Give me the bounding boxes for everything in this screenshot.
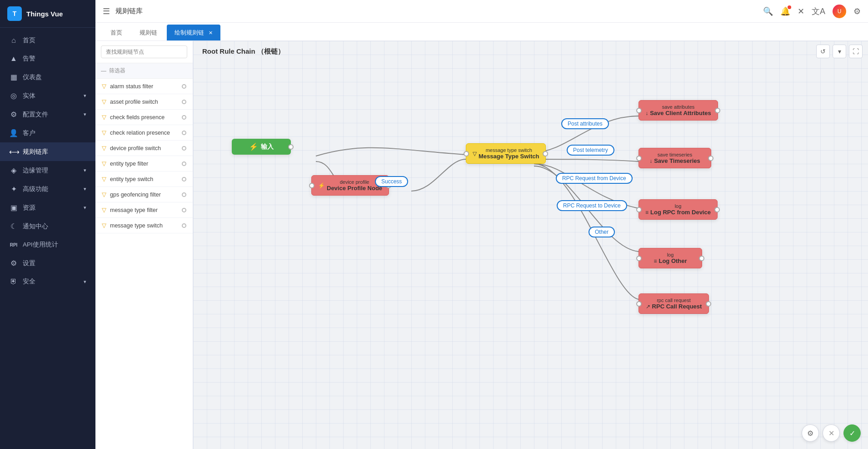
fullscreen-button[interactable]: ⛶ xyxy=(849,45,863,58)
tab-home[interactable]: 首页 xyxy=(103,25,130,40)
node-search xyxy=(95,41,193,63)
tab-close-icon[interactable]: ✕ xyxy=(209,30,213,35)
node-label: entity type switch xyxy=(110,176,153,182)
node-label: check relation presence xyxy=(110,130,170,136)
sidebar-item-customer[interactable]: 👤 客户 xyxy=(0,124,95,142)
topbar: ☰ 规则链库 🔍 🔔 ✕ 文A U ⚙ xyxy=(95,0,868,23)
sidebar-item-edge[interactable]: ◈ 边缘管理 ▾ xyxy=(0,161,95,180)
right-port[interactable] xyxy=(288,144,294,150)
node-list: ▽ alarm status filter ▽ asset profile sw… xyxy=(95,79,193,449)
sidebar-item-rule-chain[interactable]: ⟷ 规则链库 xyxy=(0,142,95,161)
config-icon: ⚙ xyxy=(9,110,18,119)
left-port[interactable] xyxy=(636,256,642,261)
left-port[interactable] xyxy=(636,108,642,113)
edge-label-post-telemetry[interactable]: Post telemetry xyxy=(567,145,614,156)
sidebar-item-api[interactable]: RPI API使用统计 xyxy=(0,236,95,254)
cancel-action-button[interactable]: ✕ xyxy=(823,424,840,442)
edge-label-post-attributes[interactable]: Post attributes xyxy=(561,118,609,129)
sidebar-item-home[interactable]: ⌂ 首页 xyxy=(0,31,95,50)
node-item[interactable]: ▽ asset profile switch xyxy=(95,94,193,110)
expand-button[interactable]: ▾ xyxy=(833,45,846,58)
alarm-icon: ▲ xyxy=(9,55,18,63)
edge-label-success[interactable]: Success xyxy=(375,176,408,187)
rpc-call-request-node[interactable]: rpc call request ↗ RPC Call Request xyxy=(639,293,709,314)
node-item[interactable]: ▽ alarm status filter xyxy=(95,79,193,94)
sidebar-item-entity[interactable]: ◎ 实体 ▾ xyxy=(0,86,95,105)
node-title: log xyxy=(653,252,687,257)
sidebar-item-resource[interactable]: ▣ 资源 ▾ xyxy=(0,198,95,217)
node-item[interactable]: ▽ entity type switch xyxy=(95,172,193,187)
node-label: gps geofencing filter xyxy=(110,192,161,198)
left-port[interactable] xyxy=(636,207,642,212)
right-port[interactable] xyxy=(708,156,713,161)
chevron-down-icon: ▾ xyxy=(84,111,86,117)
edge-label-other[interactable]: Other xyxy=(589,227,615,237)
left-port[interactable] xyxy=(464,151,469,156)
node-port-dot xyxy=(182,161,186,166)
right-port[interactable] xyxy=(699,256,704,261)
node-item[interactable]: ▽ entity type filter xyxy=(95,156,193,172)
sidebar-nav: ⌂ 首页 ▲ 告警 ▦ 仪表盘 ◎ 实体 ▾ ⚙ 配置文件 ▾ 👤 客户 ⟷ 规… xyxy=(0,28,95,449)
node-item[interactable]: ▽ check relation presence xyxy=(95,125,193,141)
sidebar-item-label: 仪表盘 xyxy=(23,73,42,81)
sidebar-item-label: 高级功能 xyxy=(23,185,48,193)
node-main-label: Log RPC from Device xyxy=(650,209,711,216)
save-timeseries-node[interactable]: save timeseries ↓ Save Timeseries xyxy=(639,148,711,168)
node-search-input[interactable] xyxy=(101,45,187,58)
menu-icon[interactable]: ☰ xyxy=(103,6,110,16)
undo-button[interactable]: ↺ xyxy=(816,45,830,58)
node-label: check fields presence xyxy=(110,114,165,121)
translate-icon[interactable]: 文A xyxy=(812,6,825,17)
input-node[interactable]: ⚡ 输入 xyxy=(232,139,291,155)
right-port[interactable] xyxy=(543,151,548,156)
right-port[interactable] xyxy=(714,207,720,212)
message-type-switch-node[interactable]: ▽ message type switch Message Type Switc… xyxy=(466,143,546,164)
sidebar-item-dashboard[interactable]: ▦ 仪表盘 xyxy=(0,68,95,86)
node-section-header[interactable]: — 筛选器 xyxy=(95,63,193,79)
log-icon: ≡ xyxy=(645,209,649,216)
home-icon: ⌂ xyxy=(9,36,18,45)
node-item[interactable]: ▽ check fields presence xyxy=(95,110,193,125)
right-port[interactable] xyxy=(706,301,711,307)
left-port[interactable] xyxy=(636,156,642,161)
flow-edges xyxy=(193,41,868,449)
notification-icon[interactable]: 🔔 xyxy=(780,6,790,16)
left-port[interactable] xyxy=(309,183,314,188)
node-item[interactable]: ▽ message type filter xyxy=(95,202,193,218)
edge-label-rpc-request-from[interactable]: RPC Request from Device xyxy=(556,173,633,184)
sidebar-item-advanced[interactable]: ✦ 高级功能 ▾ xyxy=(0,180,95,198)
node-port-dot xyxy=(182,223,186,228)
left-port[interactable] xyxy=(636,301,642,307)
node-panel: — 筛选器 ▽ alarm status filter ▽ asset prof… xyxy=(95,41,193,449)
tab-draw-rule-chain[interactable]: 绘制规则链 ✕ xyxy=(167,25,220,40)
settings-action-button[interactable]: ⚙ xyxy=(802,424,819,442)
save-attributes-node[interactable]: save attributes ↓ Save Client Attributes xyxy=(639,100,718,121)
log-other-node[interactable]: log ≡ Log Other xyxy=(639,248,702,268)
node-port-dot xyxy=(182,84,186,89)
topbar-right: 🔍 🔔 ✕ 文A U ⚙ xyxy=(763,5,861,18)
right-port[interactable] xyxy=(715,108,720,113)
canvas-title: Root Rule Chain （根链） xyxy=(202,47,284,56)
canvas-area: Root Rule Chain （根链） ↺ ▾ ⛶ xyxy=(193,41,868,449)
sidebar-item-security[interactable]: ⛨ 安全 ▾ xyxy=(0,272,95,291)
node-item[interactable]: ▽ message type switch xyxy=(95,218,193,233)
canvas-actions: ⚙ ✕ ✓ xyxy=(802,424,861,442)
gear-icon[interactable]: ⚙ xyxy=(853,6,861,16)
sidebar-item-settings[interactable]: ⚙ 设置 xyxy=(0,254,95,272)
tab-rule-chains[interactable]: 规则链 xyxy=(132,25,165,40)
edge-label-rpc-request-to[interactable]: RPC Request to Device xyxy=(557,200,627,211)
search-icon[interactable]: 🔍 xyxy=(763,6,773,16)
sidebar: T Things Vue ⌂ 首页 ▲ 告警 ▦ 仪表盘 ◎ 实体 ▾ ⚙ 配置… xyxy=(0,0,95,449)
sidebar-item-config[interactable]: ⚙ 配置文件 ▾ xyxy=(0,105,95,124)
chevron-down-icon: ▾ xyxy=(84,205,86,211)
sidebar-item-alarm[interactable]: ▲ 告警 xyxy=(0,50,95,68)
crosshair-icon[interactable]: ✕ xyxy=(798,6,804,16)
filter-icon: ▽ xyxy=(102,191,106,198)
sidebar-item-notify[interactable]: ☾ 通知中心 xyxy=(0,217,95,236)
node-main-label: Save Client Attributes xyxy=(650,110,711,116)
node-item[interactable]: ▽ gps geofencing filter xyxy=(95,187,193,202)
log-rpc-node[interactable]: log ≡ Log RPC from Device xyxy=(639,199,718,220)
avatar[interactable]: U xyxy=(833,5,846,18)
confirm-action-button[interactable]: ✓ xyxy=(843,424,861,442)
node-item[interactable]: ▽ device profile switch xyxy=(95,141,193,156)
